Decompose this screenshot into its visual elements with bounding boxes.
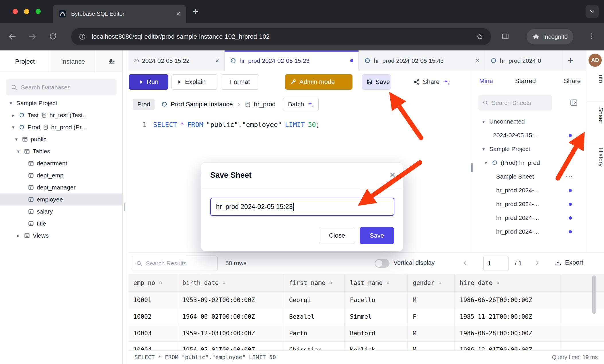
sort-icon[interactable]: [328, 280, 333, 285]
sort-icon[interactable]: [437, 280, 443, 285]
reload-icon[interactable]: [49, 32, 57, 40]
filter-settings-icon[interactable]: [108, 58, 116, 65]
forward-icon[interactable]: [28, 32, 37, 41]
column-header[interactable]: birth_date: [177, 274, 284, 291]
close-window-button[interactable]: [13, 9, 18, 14]
new-query-tab-button[interactable]: +: [568, 55, 574, 67]
share-button[interactable]: Share: [408, 74, 455, 90]
tree-item-table-dept-emp[interactable]: dept_emp: [0, 169, 122, 181]
sheet-item[interactable]: hr_prod 2024-...: [473, 197, 586, 211]
maximize-window-button[interactable]: [36, 9, 41, 14]
table-row[interactable]: 10001 1953-09-02T00:00:00Z Georgi Facell…: [128, 292, 604, 308]
sheet-item[interactable]: hr_prod 2024-...: [473, 211, 586, 225]
column-header[interactable]: gender: [408, 274, 455, 291]
dialog-save-button[interactable]: Save: [360, 227, 394, 244]
url-text[interactable]: localhost:8080/sql-editor/prod-sample-in…: [92, 33, 470, 40]
results-scrollbar[interactable]: [592, 275, 596, 314]
tree-item-schema-public[interactable]: ▾ public: [0, 133, 122, 145]
back-icon[interactable]: [8, 32, 17, 41]
sheet-item[interactable]: hr_prod 2024-...: [473, 225, 586, 238]
search-databases-input[interactable]: [21, 84, 112, 91]
format-button[interactable]: Format: [221, 74, 259, 90]
editor-tab-2-active[interactable]: hr_prod 2024-02-05 15:23: [225, 50, 359, 71]
tree-item-instance-prod[interactable]: ▾ Prod hr_prod (Pr...: [0, 121, 122, 133]
tree-item-instance-test[interactable]: ▸ Test hr_test (Test...: [0, 109, 122, 121]
column-header[interactable]: emp_no: [128, 274, 177, 291]
search-results-input[interactable]: [146, 260, 223, 267]
batch-button[interactable]: Batch: [283, 98, 319, 111]
tree-item-table-salary[interactable]: salary: [0, 206, 122, 218]
chevron-down-icon[interactable]: ▾: [483, 160, 489, 166]
run-button[interactable]: Run: [129, 74, 168, 90]
column-header[interactable]: hire_date: [455, 274, 560, 291]
resizer-grip[interactable]: [124, 203, 126, 211]
tree-item-tables[interactable]: ▾ Tables: [0, 145, 122, 157]
chevron-down-icon[interactable]: ▾: [481, 146, 486, 152]
sheet-group-unconnected[interactable]: ▾ Unconnected: [473, 115, 586, 128]
explain-button[interactable]: Explain: [172, 74, 217, 90]
sort-icon[interactable]: [495, 280, 500, 285]
close-tab-icon[interactable]: ×: [476, 57, 480, 64]
sheet-connection[interactable]: ▾ (Prod) hr_prod: [473, 156, 586, 170]
browser-tab[interactable]: Bytebase SQL Editor ×: [53, 5, 186, 23]
table-row[interactable]: 10004 1954-05-01T00:00:00Z Chirstian Kob…: [128, 342, 604, 350]
sort-icon[interactable]: [158, 280, 163, 285]
more-options-icon[interactable]: ⋯: [566, 172, 573, 181]
instance-name[interactable]: Prod Sample Instance: [171, 101, 233, 108]
tree-item-views[interactable]: ▸ Views: [0, 230, 122, 242]
rail-tab-info[interactable]: Info: [586, 73, 604, 83]
save-button[interactable]: Save: [362, 74, 391, 90]
collapse-panel-icon[interactable]: [570, 98, 578, 107]
editor-tab-1[interactable]: 2024-02-05 15:22 ×: [128, 50, 225, 71]
address-bar[interactable]: localhost:8080/sql-editor/prod-sample-in…: [71, 28, 491, 45]
tree-item-sample-project[interactable]: ▾ Sample Project: [0, 97, 122, 109]
next-page-icon[interactable]: ›: [535, 256, 539, 268]
sheet-item[interactable]: Sample Sheet ⋯: [473, 170, 586, 183]
tab-starred[interactable]: Starred: [515, 77, 536, 85]
new-tab-button[interactable]: +: [193, 6, 198, 17]
tree-item-table-title[interactable]: title: [0, 218, 122, 230]
tree-item-table-department[interactable]: department: [0, 157, 122, 169]
chevron-down-icon[interactable]: ▾: [8, 100, 14, 106]
page-number-input[interactable]: [483, 256, 508, 271]
avatar[interactable]: AD: [589, 54, 602, 67]
site-info-icon[interactable]: [79, 33, 86, 40]
export-button[interactable]: Export: [555, 259, 583, 266]
sort-icon[interactable]: [385, 280, 391, 285]
tab-search-button[interactable]: [586, 5, 599, 18]
chevron-down-icon[interactable]: ▾: [10, 124, 16, 130]
sort-icon[interactable]: [221, 280, 227, 285]
chevron-down-icon[interactable]: ▾: [15, 148, 21, 154]
tab-instance[interactable]: Instance: [50, 50, 96, 73]
column-header[interactable]: last_name: [345, 274, 408, 291]
tab-shared[interactable]: Share: [564, 77, 581, 85]
chevron-right-icon[interactable]: ▸: [15, 233, 21, 239]
chevron-down-icon[interactable]: ▾: [481, 119, 486, 125]
sql-editor-line[interactable]: 1 SELECT * FROM "public"."employee" LIMI…: [128, 118, 320, 131]
editor-tab-3[interactable]: hr_prod 2024-02-05 15:43 ×: [359, 50, 485, 71]
tree-item-table-employee-selected[interactable]: employee: [0, 193, 122, 206]
rail-tab-sheet[interactable]: Sheet: [586, 107, 604, 123]
vertical-display-toggle[interactable]: [375, 259, 389, 268]
close-tab-icon[interactable]: ×: [215, 57, 219, 64]
close-dialog-icon[interactable]: ×: [390, 170, 395, 180]
sidebar-resizer[interactable]: [122, 50, 128, 364]
tab-mine[interactable]: Mine: [479, 77, 493, 85]
previous-page-icon[interactable]: ‹: [463, 256, 467, 268]
chevron-right-icon[interactable]: ▸: [10, 112, 16, 118]
admin-mode-button[interactable]: Admin mode: [285, 74, 352, 90]
database-name[interactable]: hr_prod: [254, 101, 276, 108]
table-row[interactable]: 10003 1959-12-03T00:00:00Z Parto Bamford…: [128, 325, 604, 342]
rail-tab-history[interactable]: History: [586, 148, 604, 167]
close-button[interactable]: Close: [319, 227, 355, 244]
bookmark-star-icon[interactable]: [476, 33, 484, 40]
tab-project[interactable]: Project: [0, 50, 50, 73]
environment-chip[interactable]: Prod: [133, 99, 155, 110]
browser-menu-icon[interactable]: [588, 32, 595, 40]
sheet-item[interactable]: hr_prod 2024-...: [473, 183, 586, 197]
tree-item-table-dept-manager[interactable]: dept_manager: [0, 181, 122, 193]
close-tab-icon[interactable]: ×: [176, 10, 180, 17]
panel-resizer[interactable]: [471, 71, 473, 252]
sheet-name-input[interactable]: hr_prod 2024-02-05 15:23: [210, 198, 394, 216]
sheet-item[interactable]: 2024-02-05 15:...: [473, 128, 586, 142]
